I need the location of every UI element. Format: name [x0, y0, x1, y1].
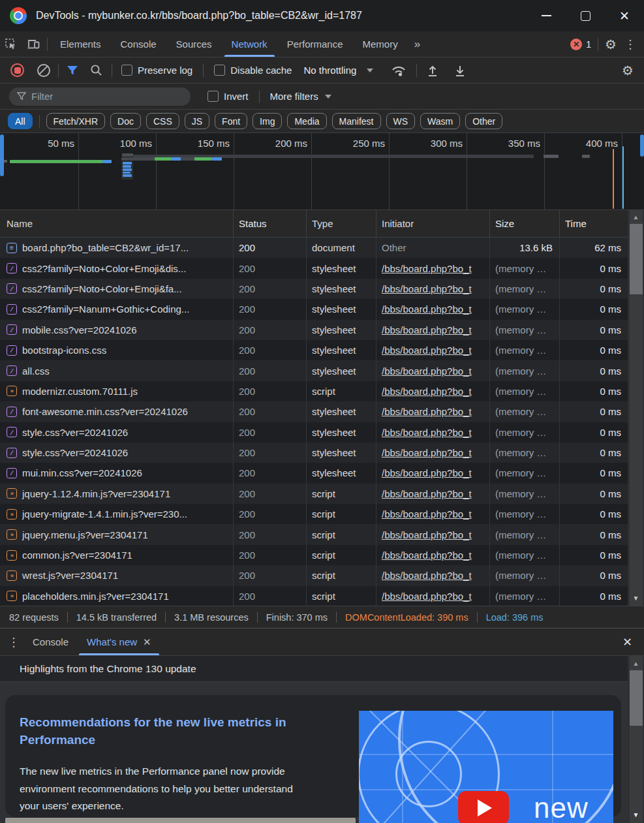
column-header-initiator[interactable]: Initiator: [376, 210, 490, 237]
error-badge[interactable]: ✕ 1: [570, 39, 591, 50]
chip-manifest[interactable]: Manifest: [332, 113, 381, 129]
throttling-select[interactable]: No throttling: [303, 65, 356, 76]
whats-new-scrollbar[interactable]: ▲ ▼: [628, 656, 644, 823]
scrollbar-thumb[interactable]: [630, 224, 643, 294]
preserve-log-checkbox[interactable]: [121, 65, 132, 76]
tab-console[interactable]: Console: [111, 31, 166, 57]
chip-doc[interactable]: Doc: [110, 113, 141, 129]
network-overview[interactable]: 50 ms100 ms150 ms200 ms250 ms300 ms350 m…: [0, 133, 644, 210]
scrollbar-thumb[interactable]: [630, 670, 643, 726]
export-har-button[interactable]: [453, 64, 467, 77]
scroll-up-arrow[interactable]: ▲: [628, 213, 644, 221]
maximize-button[interactable]: [566, 0, 605, 31]
table-row[interactable]: ∕font-awesome.min.css?ver=20241026200sty…: [0, 401, 628, 422]
request-initiator[interactable]: /bbs/board.php?bo_t: [382, 427, 472, 438]
table-row[interactable]: ∕mobile.css?ver=20241026200stylesheet/bb…: [0, 320, 628, 340]
inspect-element-button[interactable]: [0, 35, 22, 54]
request-initiator[interactable]: /bbs/board.php?bo_t: [382, 529, 472, 540]
video-thumbnail[interactable]: new: [359, 711, 613, 823]
record-network-log-button[interactable]: [10, 63, 24, 77]
chip-font[interactable]: Font: [215, 113, 247, 129]
request-initiator[interactable]: /bbs/board.php?bo_t: [382, 488, 472, 499]
table-row[interactable]: ‹›jquery-migrate-1.4.1.min.js?ver=230...…: [0, 504, 628, 524]
import-har-button[interactable]: [426, 64, 439, 77]
request-initiator[interactable]: /bbs/board.php?bo_t: [382, 345, 472, 356]
table-row[interactable]: ∕css2?family=Noto+Color+Emoji&dis...200s…: [0, 258, 628, 278]
search-button[interactable]: [90, 64, 102, 76]
column-header-time[interactable]: Time: [560, 210, 628, 237]
devtools-menu-button[interactable]: ⋮: [617, 37, 644, 52]
table-row[interactable]: ∕css2?family=Nanum+Gothic+Coding...200st…: [0, 299, 628, 319]
request-initiator[interactable]: /bbs/board.php?bo_t: [382, 591, 472, 602]
column-header-type[interactable]: Type: [307, 210, 376, 237]
table-row[interactable]: ∕style.css?ver=20241026200stylesheet/bbs…: [0, 443, 628, 463]
drawer-tab-console[interactable]: Console: [23, 629, 78, 655]
table-row[interactable]: ∕bootstrap-icons.css200stylesheet/bbs/bo…: [0, 340, 628, 360]
clear-network-log-button[interactable]: [37, 64, 50, 77]
table-row[interactable]: ∕css2?family=Noto+Color+Emoji&fa...200st…: [0, 279, 628, 299]
drawer-menu-button[interactable]: ⋮: [0, 635, 23, 649]
network-settings-button[interactable]: ⚙: [622, 64, 634, 77]
table-scrollbar[interactable]: ▲ ▼: [628, 210, 644, 606]
scroll-down-arrow[interactable]: ▼: [628, 595, 644, 602]
chip-media[interactable]: Media: [287, 113, 326, 129]
minimize-button[interactable]: [527, 0, 566, 31]
column-header-name[interactable]: Name: [0, 210, 234, 237]
request-initiator[interactable]: /bbs/board.php?bo_t: [382, 324, 472, 335]
scroll-up-arrow[interactable]: ▲: [628, 660, 644, 667]
chip-fetch-xhr[interactable]: Fetch/XHR: [46, 113, 105, 129]
table-row[interactable]: ‹›common.js?ver=2304171200script/bbs/boa…: [0, 545, 628, 565]
table-row[interactable]: ∕style.css?ver=20241026200stylesheet/bbs…: [0, 422, 628, 443]
request-initiator[interactable]: /bbs/board.php?bo_t: [382, 447, 472, 458]
card-title[interactable]: Recommendations for the new live metrics…: [20, 713, 320, 749]
invert-checkbox[interactable]: [207, 91, 219, 102]
chip-js[interactable]: JS: [185, 113, 209, 129]
table-row[interactable]: ≡board.php?bo_table=CB2&wr_id=17...200do…: [0, 238, 628, 258]
chip-ws[interactable]: WS: [386, 113, 416, 129]
chip-other[interactable]: Other: [465, 113, 502, 129]
device-toolbar-button[interactable]: [22, 35, 44, 54]
tab-performance[interactable]: Performance: [277, 31, 353, 57]
tab-elements[interactable]: Elements: [50, 31, 111, 57]
request-initiator[interactable]: /bbs/board.php?bo_t: [382, 467, 472, 478]
request-initiator[interactable]: /bbs/board.php?bo_t: [382, 283, 472, 294]
drawer-tab-whats-new[interactable]: What's new ✕: [78, 629, 161, 655]
request-initiator[interactable]: /bbs/board.php?bo_t: [382, 386, 472, 397]
filter-input[interactable]: Filter: [9, 87, 191, 106]
disable-cache-checkbox[interactable]: [214, 65, 225, 76]
youtube-play-button[interactable]: [458, 791, 509, 823]
close-tab-icon[interactable]: ✕: [143, 636, 151, 648]
table-row[interactable]: ‹›jquery-1.12.4.min.js?ver=2304171200scr…: [0, 484, 628, 504]
scroll-down-arrow[interactable]: ▼: [628, 811, 644, 818]
column-header-status[interactable]: Status: [234, 210, 307, 237]
filter-funnel-button[interactable]: [67, 65, 78, 76]
chip-img[interactable]: Img: [253, 113, 282, 129]
close-button[interactable]: ✕: [605, 0, 644, 31]
tab-network[interactable]: Network: [222, 31, 277, 57]
chip-css[interactable]: CSS: [146, 113, 179, 129]
tab-memory[interactable]: Memory: [353, 31, 408, 57]
overview-right-handle[interactable]: [640, 134, 644, 157]
request-initiator[interactable]: /bbs/board.php?bo_t: [382, 406, 472, 417]
table-row[interactable]: ‹›wrest.js?ver=2304171200script/bbs/boar…: [0, 565, 628, 585]
table-row[interactable]: ‹›jquery.menu.js?ver=2304171200script/bb…: [0, 524, 628, 544]
table-row[interactable]: ∕all.css200stylesheet/bbs/board.php?bo_t…: [0, 360, 628, 380]
chip-all[interactable]: All: [8, 113, 33, 129]
table-row[interactable]: ‹›modernizr.custom.70111.js200script/bbs…: [0, 381, 628, 401]
close-drawer-button[interactable]: ✕: [622, 635, 632, 649]
tab-sources[interactable]: Sources: [166, 31, 222, 57]
request-initiator[interactable]: /bbs/board.php?bo_t: [382, 570, 472, 581]
request-initiator[interactable]: /bbs/board.php?bo_t: [382, 508, 472, 520]
request-initiator[interactable]: /bbs/board.php?bo_t: [382, 303, 472, 315]
request-initiator[interactable]: /bbs/board.php?bo_t: [382, 550, 472, 561]
network-conditions-button[interactable]: [390, 64, 407, 77]
table-row[interactable]: ‹›placeholders.min.js?ver=2304171200scri…: [0, 586, 628, 606]
table-row[interactable]: ∕mui.min.css?ver=20241026200stylesheet/b…: [0, 463, 628, 483]
request-initiator[interactable]: /bbs/board.php?bo_t: [382, 365, 472, 377]
chip-wasm[interactable]: Wasm: [420, 113, 460, 129]
overview-left-handle[interactable]: [0, 134, 4, 176]
request-initiator[interactable]: /bbs/board.php?bo_t: [382, 263, 472, 274]
column-header-size[interactable]: Size: [490, 210, 560, 237]
settings-gear-button[interactable]: ⚙: [605, 38, 617, 51]
more-panels-button[interactable]: »: [408, 38, 425, 51]
